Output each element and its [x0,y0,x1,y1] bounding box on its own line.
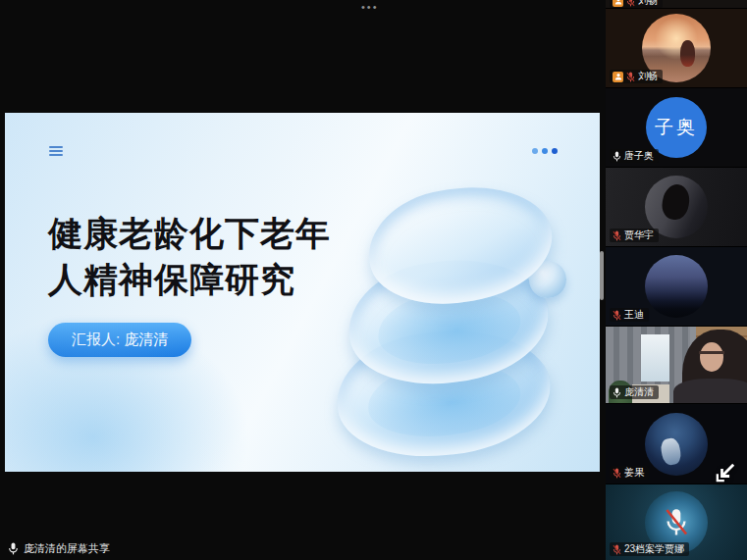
mic-muted-icon [613,544,621,555]
muted-mic-overlay-icon [665,508,688,536]
host-badge-icon [613,72,623,82]
host-badge-icon [613,0,623,7]
drag-handle-dots-icon[interactable]: ••• [361,1,379,13]
avatar [645,413,708,476]
participant-name: 贾华宇 [624,229,654,241]
participant-name: 刘畅 [638,0,658,7]
participant-name-label: 贾华宇 [610,229,659,242]
participant-tile-partial[interactable]: 刘畅 [606,0,747,8]
sidebar-scrollbar-thumb[interactable] [600,251,604,300]
mic-muted-icon [613,230,621,241]
participant-name-label: 刘畅 [610,70,663,83]
participant-name-label: 唐子奥 [610,149,659,163]
participant-name: 王迪 [624,309,644,321]
participant-tile-jianna[interactable]: 23档案学贾娜 [606,484,747,560]
participant-tile-pangqingqing-active[interactable]: 庞清清 [606,327,747,403]
participant-name: 23档案学贾娜 [624,543,684,555]
avatar [645,255,708,318]
hamburger-menu-icon [49,146,63,157]
participant-name: 姜果 [624,467,644,479]
participant-sidebar: 刘畅 刘畅 子奥 [606,0,747,560]
screen-share-status-label: 庞清清的屏幕共享 [24,541,110,556]
glass-plates-illustration [327,167,568,457]
participant-tile-jiahuayu[interactable]: 贾华宇 [606,168,747,246]
mic-icon [8,542,19,555]
participant-name-label: 刘畅 [610,0,663,8]
participant-tile-tangziao[interactable]: 子奥 唐子奥 [606,88,747,167]
slide-title-line2: 人精神保障研究 [48,256,331,302]
presenter-badge: 汇报人: 庞清清 [48,323,191,357]
screen-share-status: 庞清清的屏幕共享 [8,541,110,556]
slide-ellipsis-icon [532,148,558,154]
participant-tile-wangdi[interactable]: 王迪 [606,247,747,326]
participant-name: 庞清清 [624,386,654,398]
mic-muted-icon [613,468,621,479]
participant-name-label: 王迪 [610,308,649,322]
participant-name-label: 庞清清 [610,385,659,399]
mic-icon [613,387,621,398]
participant-tile-liuchang[interactable]: 刘畅 [606,9,747,87]
participant-name-label: 姜果 [610,466,649,480]
participant-name-label: 23档案学贾娜 [610,542,689,556]
shared-slide: 健康老龄化下老年 人精神保障研究 汇报人: 庞清清 [5,113,600,472]
screen-share-stage[interactable]: ••• 健康老龄化下老年 人精神保障研究 汇报人: 庞清清 [0,0,606,560]
popout-arrow-icon[interactable] [712,459,739,486]
slide-title: 健康老龄化下老年 人精神保障研究 [48,210,331,303]
mic-muted-icon [626,72,635,82]
mic-icon [613,151,621,162]
meeting-window: ••• 健康老龄化下老年 人精神保障研究 汇报人: 庞清清 [0,0,747,560]
participant-name: 唐子奥 [624,150,654,162]
slide-title-line1: 健康老龄化下老年 [48,210,331,256]
participant-name: 刘畅 [638,71,658,82]
mic-muted-icon [613,310,621,321]
mic-muted-icon [626,0,635,7]
